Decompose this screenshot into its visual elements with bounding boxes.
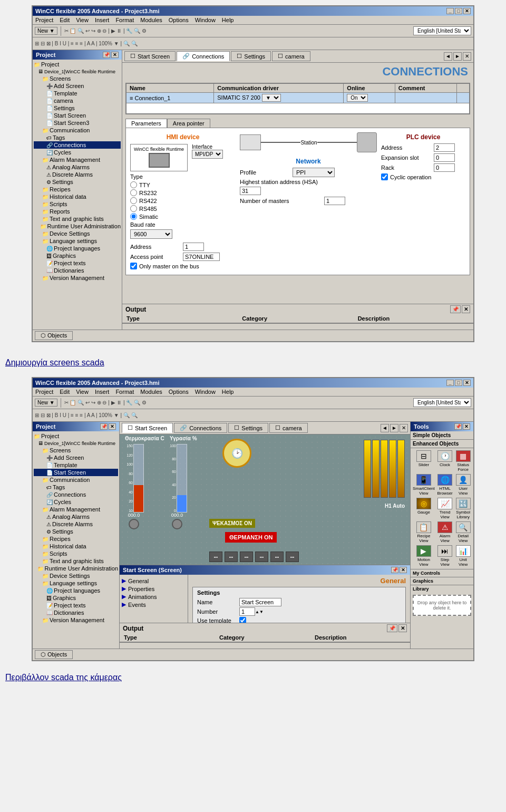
tree2-proj-texts[interactable]: 📝 Project texts bbox=[34, 602, 118, 609]
objects-tab[interactable]: ⬡ Objects bbox=[35, 331, 73, 340]
output2-close-icon[interactable]: ✕ bbox=[398, 624, 407, 632]
radio-tty-input[interactable] bbox=[130, 181, 137, 188]
menu2-edit[interactable]: Edit bbox=[60, 389, 70, 395]
tree-communication[interactable]: 📁 Communication bbox=[34, 127, 121, 134]
radio-rs232-input[interactable] bbox=[130, 189, 137, 196]
tree2-template[interactable]: 📄 Template bbox=[34, 461, 118, 469]
tree-area1[interactable]: 📁 Project 🖥 Device_1[WinCC flexible Runt… bbox=[33, 60, 122, 330]
menu-window[interactable]: Window bbox=[195, 17, 216, 23]
baud-rate-select[interactable]: 9600 bbox=[130, 229, 172, 239]
tree2-scripts[interactable]: 📁 Scripts bbox=[34, 550, 118, 557]
menu-view[interactable]: View bbox=[76, 17, 89, 23]
tree-camera[interactable]: 📄 camera bbox=[34, 97, 121, 104]
language-select2[interactable]: English [United States] bbox=[413, 398, 471, 407]
menu-help[interactable]: Help bbox=[222, 17, 234, 23]
tool-step-view[interactable]: ⏭ Step View bbox=[437, 545, 453, 567]
tool-detail-view[interactable]: 🔍 Detail View bbox=[455, 521, 471, 543]
tab-settings[interactable]: ☐ Settings bbox=[231, 51, 271, 61]
tab-camera[interactable]: ☐ camera bbox=[272, 51, 310, 61]
radio-rs422-input[interactable] bbox=[130, 197, 137, 204]
menu2-view[interactable]: View bbox=[76, 389, 89, 395]
menu2-options[interactable]: Options bbox=[169, 389, 189, 395]
tree2-screens[interactable]: 📁 Screens bbox=[34, 447, 118, 454]
tree-project[interactable]: 📁 Project bbox=[34, 61, 121, 68]
scada-canvas[interactable]: 🕑 Θερμοκρασία C Υγρασία % 15012010080604… bbox=[120, 434, 410, 565]
tree2-project[interactable]: 📁 Project bbox=[34, 432, 118, 440]
tree-reports[interactable]: 📁 Reports bbox=[34, 208, 121, 215]
tree-version[interactable]: 📁 Version Management bbox=[34, 274, 121, 282]
maximize-button[interactable]: □ bbox=[455, 8, 462, 14]
tree-cycles[interactable]: 🔄 Cycles bbox=[34, 149, 121, 156]
tree-runtime-user[interactable]: 📁 Runtime User Administration bbox=[34, 223, 121, 230]
tab-nav-close[interactable]: ✕ bbox=[463, 52, 471, 61]
tree2-proj-lang[interactable]: 🌐 Project languages bbox=[34, 587, 118, 594]
interface-select[interactable]: MPI/DP bbox=[192, 150, 223, 159]
tree2-textgraphic[interactable]: 📁 Text and graphic lists bbox=[34, 557, 118, 565]
menu-modules[interactable]: Modules bbox=[140, 17, 162, 23]
menu-insert[interactable]: Insert bbox=[95, 17, 110, 23]
tree2-analog[interactable]: ⚠ Analog Alarms bbox=[34, 513, 118, 520]
tree-screens[interactable]: 📁 Screens bbox=[34, 75, 121, 82]
rack-input[interactable] bbox=[434, 163, 455, 172]
address-input[interactable] bbox=[183, 243, 204, 251]
sidebar-pin-icon[interactable]: 📌 bbox=[103, 52, 110, 58]
tree-add-screen[interactable]: ➕ Add Screen bbox=[34, 82, 121, 90]
menu-project[interactable]: Project bbox=[35, 17, 53, 23]
masters-input[interactable] bbox=[324, 197, 345, 205]
table-row[interactable]: ≡ Connection_1 SIMATIC S7 200 ▼ bbox=[126, 93, 470, 103]
hsa-input[interactable] bbox=[240, 187, 261, 195]
maximize-button2[interactable]: □ bbox=[455, 380, 462, 386]
ss-animations-item[interactable]: ▶ Animations bbox=[122, 593, 186, 601]
tree2-historical[interactable]: 📁 Historical data bbox=[34, 543, 118, 550]
sidebar2-pin[interactable]: 📌 bbox=[100, 423, 108, 430]
tree-alarm-mgmt[interactable]: 📁 Alarm Management bbox=[34, 156, 121, 163]
tools-close-icon[interactable]: ✕ bbox=[463, 423, 470, 430]
tree2-connections[interactable]: 🔗 Connections bbox=[34, 491, 118, 498]
tab2-connections[interactable]: 🔗 Connections bbox=[174, 423, 227, 433]
tree-graphics[interactable]: 🖼 Graphics bbox=[34, 252, 121, 259]
radio-simatic-input[interactable] bbox=[130, 213, 137, 220]
tool-status-force[interactable]: ▦ Status Force bbox=[455, 450, 471, 472]
tree-device-settings[interactable]: 📁 Device Settings bbox=[34, 230, 121, 237]
menu2-insert[interactable]: Insert bbox=[95, 389, 110, 395]
objects-tab2[interactable]: ⬡ Objects bbox=[35, 650, 73, 659]
tree-recipes[interactable]: 📁 Recipes bbox=[34, 186, 121, 193]
tool-user-view[interactable]: 👤 User View bbox=[455, 474, 471, 496]
tree2-runtime-user[interactable]: 📁 Runtime User Administration bbox=[34, 565, 118, 572]
tool-clock[interactable]: 🕐 Clock bbox=[437, 450, 453, 472]
tree-device[interactable]: 🖥 Device_1[WinCC flexible Runtime bbox=[34, 68, 121, 75]
only-master-checkbox[interactable] bbox=[130, 263, 137, 269]
tree-proj-lang[interactable]: 🌐 Project languages bbox=[34, 245, 121, 252]
panel-pin-icon[interactable]: 📌 bbox=[391, 567, 398, 573]
menu2-window[interactable]: Window bbox=[195, 389, 216, 395]
radio-rs485-input[interactable] bbox=[130, 205, 137, 212]
online-select[interactable]: On bbox=[347, 94, 368, 102]
tree2-startscreen[interactable]: 📄 Start Screen bbox=[34, 469, 118, 476]
tree-template[interactable]: 📄 Template bbox=[34, 90, 121, 97]
tool-html-browser[interactable]: 🌐 HTML Browser bbox=[437, 474, 453, 496]
menu2-help[interactable]: Help bbox=[222, 389, 234, 395]
tree2-device[interactable]: 🖥 Device_1[WinCC flexible Runtime bbox=[34, 440, 118, 447]
tool-trend-view[interactable]: 📈 Trend View bbox=[437, 498, 453, 519]
tree-dictionaries[interactable]: 📖 Dictionaries bbox=[34, 267, 121, 274]
tree-connections[interactable]: 🔗 Connections bbox=[34, 141, 121, 149]
language-select[interactable]: English [United States] bbox=[413, 26, 471, 35]
tool-alarm-view[interactable]: ⚠ Alarm View bbox=[437, 521, 453, 543]
tree-discrete-alarms[interactable]: ⚠ Discrete Alarms bbox=[34, 171, 121, 178]
sidebar2-close[interactable]: ✕ bbox=[109, 423, 116, 430]
tab-nav-right[interactable]: ► bbox=[453, 52, 462, 61]
tree-alarm-settings[interactable]: ⚙ Settings bbox=[34, 178, 121, 186]
tree2-version[interactable]: 📁 Version Management bbox=[34, 616, 118, 624]
tree2-cycles[interactable]: 🔄 Cycles bbox=[34, 498, 118, 506]
menu2-project[interactable]: Project bbox=[35, 389, 53, 395]
tool-recipe-view[interactable]: 📋 Recipe View bbox=[413, 521, 435, 543]
tree2-device-settings[interactable]: 📁 Device Settings bbox=[34, 572, 118, 579]
tree-settings1[interactable]: 📄 Settings bbox=[34, 104, 121, 112]
output-pin-icon[interactable]: 📌 bbox=[450, 305, 461, 313]
tree-startscreen[interactable]: 📄 Start Screen bbox=[34, 112, 121, 119]
tree-area2[interactable]: 📁 Project 🖥 Device_1[WinCC flexible Runt… bbox=[33, 431, 119, 649]
ss-properties-item[interactable]: ▶ Properties bbox=[122, 585, 186, 593]
tool-slider[interactable]: ⊟ Slider bbox=[413, 450, 435, 472]
tree2-dictionaries[interactable]: 📖 Dictionaries bbox=[34, 609, 118, 616]
access-point-input[interactable] bbox=[183, 253, 220, 261]
